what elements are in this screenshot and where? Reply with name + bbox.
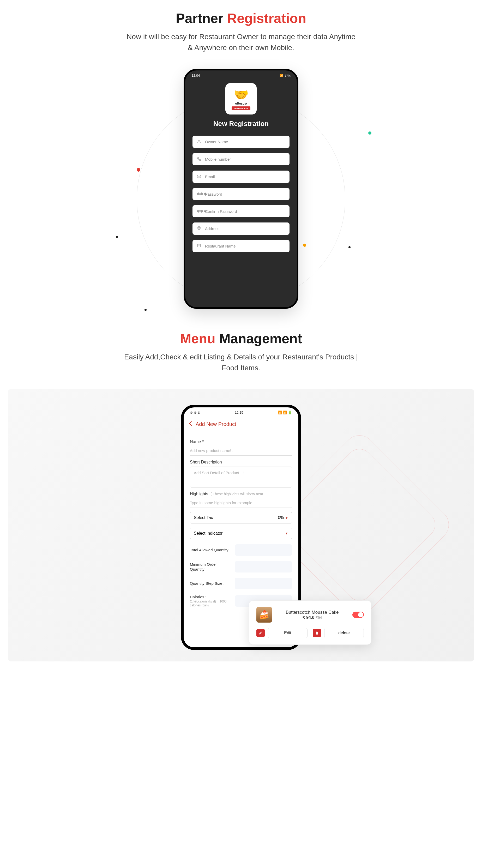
confirm-password-input[interactable]: ✱✱✱ Confirm Password <box>192 205 290 217</box>
pin-icon <box>197 226 201 231</box>
total-allowed-qty-label: Total Allowed Quantity : <box>190 548 232 553</box>
phone-mockup-registration: 12:04 📶17% 🤝 eRestro PARTNER APP New Reg… <box>184 69 298 309</box>
lock-icon: ✱✱✱ <box>197 192 201 196</box>
status-time: 12:15 <box>235 410 243 414</box>
product-name: Butterscotch Mousse Cake <box>276 610 348 615</box>
select-indicator-dropdown[interactable]: Select Indicator ▼ <box>190 528 292 539</box>
name-label: Name * <box>190 439 292 444</box>
product-toggle[interactable] <box>352 612 364 618</box>
section2-title: Menu Management <box>0 331 482 346</box>
store-icon <box>197 244 201 249</box>
section1-title: Partner Registration <box>0 10 482 26</box>
edit-button[interactable]: Edit <box>268 628 307 638</box>
decorative-diamond <box>278 444 441 606</box>
app-logo: 🤝 eRestro PARTNER APP <box>225 83 257 115</box>
status-icons: 📶17% <box>280 74 291 77</box>
section1-subtitle: Now it will be easy for Restaurant Owner… <box>124 31 358 53</box>
restaurant-name-input[interactable]: Restaurant Name <box>192 240 290 252</box>
edit-icon <box>257 629 265 637</box>
decorative-dot <box>145 309 147 311</box>
decorative-dot <box>116 236 118 238</box>
total-allowed-qty-input[interactable] <box>235 544 292 556</box>
decorative-dot <box>137 168 140 172</box>
chevron-down-icon: ▼ <box>285 516 288 520</box>
password-input[interactable]: ✱✱✱ Password <box>192 188 290 200</box>
short-description-input[interactable]: Add Sort Detail of Product ...! <box>190 467 292 488</box>
desc-label: Short Description <box>190 460 292 465</box>
logo-badge: PARTNER APP <box>232 106 250 110</box>
back-button[interactable] <box>189 421 192 427</box>
status-bar: 12:04 📶17% <box>185 70 297 81</box>
section2-subtitle: Easily Add,Check & edit Listing & Detail… <box>124 351 358 373</box>
calories-label: Calories : (1 kilocalorie (kcal) = 1000 … <box>190 594 232 608</box>
status-bar: ⊙ ⊕ ⊗ 12:15 📶 📶 🔋 <box>184 407 298 417</box>
status-icons-right: 📶 📶 🔋 <box>278 410 292 414</box>
select-tax-dropdown[interactable]: Select Tax 0% ▼ <box>190 512 292 523</box>
highlights-input[interactable]: Type in some highlights for example ... <box>190 498 292 508</box>
product-card: 🍰 Butterscotch Mousse Cake ₹ 94.0 ₹94 <box>249 600 371 645</box>
logo-text: eRestro <box>235 102 247 105</box>
highlights-label: Highlights ( These highlights will show … <box>190 492 292 496</box>
min-order-qty-input[interactable] <box>235 561 292 572</box>
qty-step-size-input[interactable] <box>235 578 292 589</box>
svg-point-2 <box>199 227 200 228</box>
screen-title: Add New Product <box>195 421 236 427</box>
product-price: ₹ 94.0 ₹94 <box>276 615 348 620</box>
status-icons-left: ⊙ ⊕ ⊗ <box>190 410 200 414</box>
email-input[interactable]: Email <box>192 170 290 183</box>
decorative-dot <box>368 131 371 134</box>
handshake-icon: 🤝 <box>234 88 248 102</box>
phone-icon <box>197 157 201 162</box>
qty-step-size-label: Quantity Step Size : <box>190 581 232 586</box>
registration-title: New Registration <box>185 120 297 128</box>
delete-icon <box>313 629 321 637</box>
svg-point-0 <box>198 140 200 142</box>
lock-icon: ✱✱✱ <box>197 209 201 214</box>
mobile-number-input[interactable]: Mobile number <box>192 153 290 165</box>
screen-header: Add New Product <box>184 417 298 431</box>
min-order-qty-label: Minimum Order Quantity : <box>190 562 232 572</box>
owner-name-input[interactable]: Owner Name <box>192 135 290 148</box>
product-image: 🍰 <box>257 607 272 623</box>
user-icon <box>197 139 201 144</box>
decorative-dot <box>303 244 306 247</box>
delete-button[interactable]: delete <box>324 628 364 638</box>
address-input[interactable]: Address <box>192 222 290 235</box>
decorative-dot <box>349 246 351 248</box>
product-name-input[interactable]: Add new product name! ... <box>190 446 292 456</box>
status-time: 12:04 <box>191 73 200 78</box>
chevron-down-icon: ▼ <box>285 531 288 535</box>
mail-icon <box>197 174 201 179</box>
